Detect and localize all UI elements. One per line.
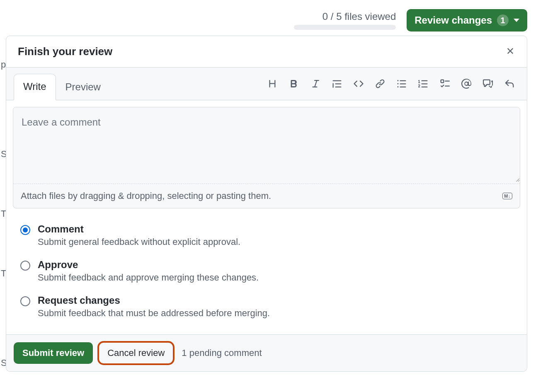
- review-changes-label: Review changes: [415, 15, 492, 26]
- ordered-list-icon[interactable]: [418, 79, 428, 89]
- reply-icon[interactable]: [504, 79, 514, 89]
- review-option-request-changes[interactable]: Request changes Submit feedback that mus…: [20, 289, 513, 324]
- review-options: Comment Submit general feedback without …: [13, 208, 520, 328]
- files-viewed-progress: [294, 25, 396, 30]
- markdown-icon[interactable]: M↓: [502, 193, 512, 199]
- radio-comment[interactable]: [20, 225, 30, 235]
- comment-textarea[interactable]: [13, 107, 520, 182]
- editor-tabbar: Write Preview: [6, 68, 527, 100]
- panel-footer: Submit review Cancel review 1 pending co…: [6, 334, 527, 371]
- quote-icon[interactable]: [332, 79, 342, 89]
- option-desc: Submit feedback and approve merging thes…: [38, 272, 259, 283]
- comment-box: Attach files by dragging & dropping, sel…: [13, 107, 520, 208]
- review-changes-button[interactable]: Review changes 1: [407, 9, 527, 31]
- files-viewed-status: 0 / 5 files viewed: [294, 11, 396, 30]
- mention-icon[interactable]: [461, 79, 471, 89]
- files-viewed-text: 0 / 5 files viewed: [322, 11, 396, 22]
- attach-hint-text: Attach files by dragging & dropping, sel…: [21, 191, 271, 201]
- radio-request-changes[interactable]: [20, 296, 30, 306]
- link-icon[interactable]: [375, 79, 385, 89]
- cross-reference-icon[interactable]: [483, 79, 493, 89]
- submit-review-button[interactable]: Submit review: [14, 342, 93, 364]
- heading-icon[interactable]: [267, 79, 277, 89]
- radio-approve[interactable]: [20, 261, 30, 271]
- option-title: Request changes: [38, 295, 270, 306]
- code-icon[interactable]: [354, 79, 364, 89]
- tab-preview[interactable]: Preview: [56, 74, 110, 100]
- panel-title: Finish your review: [18, 45, 112, 58]
- tab-write[interactable]: Write: [14, 74, 56, 100]
- bold-icon[interactable]: [289, 79, 299, 89]
- task-list-icon[interactable]: [440, 79, 450, 89]
- attach-files-row[interactable]: Attach files by dragging & dropping, sel…: [13, 184, 520, 208]
- review-option-comment[interactable]: Comment Submit general feedback without …: [20, 218, 513, 253]
- option-desc: Submit general feedback without explicit…: [38, 237, 240, 247]
- formatting-toolbar: [267, 70, 519, 97]
- review-option-approve[interactable]: Approve Submit feedback and approve merg…: [20, 253, 513, 289]
- pending-comment-text: 1 pending comment: [182, 348, 262, 358]
- unordered-list-icon[interactable]: [397, 79, 407, 89]
- editor-area: Attach files by dragging & dropping, sel…: [6, 100, 527, 334]
- chevron-down-icon: [514, 19, 519, 22]
- pending-review-count: 1: [497, 15, 509, 26]
- close-icon[interactable]: [505, 46, 515, 58]
- finish-review-panel: Finish your review Write Preview: [6, 36, 527, 372]
- option-title: Approve: [38, 259, 259, 271]
- editor-tabs: Write Preview: [14, 73, 110, 100]
- cancel-review-button[interactable]: Cancel review: [99, 342, 173, 364]
- panel-header: Finish your review: [6, 36, 527, 68]
- italic-icon[interactable]: [310, 79, 320, 89]
- option-title: Comment: [38, 223, 240, 235]
- review-topbar: 0 / 5 files viewed Review changes 1: [294, 9, 527, 31]
- option-desc: Submit feedback that must be addressed b…: [38, 308, 270, 319]
